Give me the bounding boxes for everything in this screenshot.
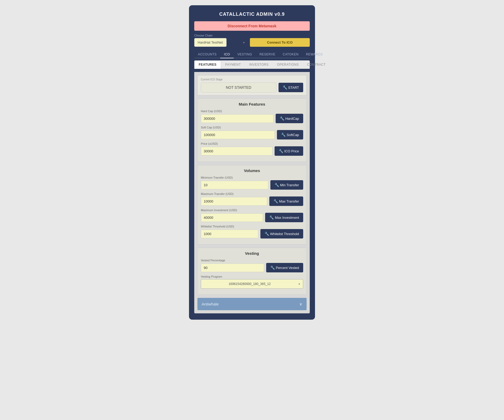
sub-tabs: FEATURES PAYMENT INVESTORS OPERATIONS CO… (194, 60, 310, 69)
min-transfer-btn-label: Min Transfer (280, 183, 299, 187)
tab-reserve[interactable]: RESERVE (256, 51, 279, 58)
wrench-icon-maxtransfer: 🔧 (274, 199, 278, 203)
stage-label: Current ICO Stage (201, 78, 303, 81)
disconnect-button[interactable]: Disconnect From Metamask (194, 21, 310, 31)
percent-vested-btn-label: Percent Vested (276, 266, 299, 270)
percent-vested-button[interactable]: 🔧 Percent Vested (266, 263, 303, 272)
vesting-program-wrapper: 1696154280000_180_365_12 (201, 279, 303, 289)
whitelist-threshold-input[interactable] (201, 230, 258, 238)
antiwhale-section[interactable]: Antiwhale ∨ (197, 298, 307, 310)
tab-catoken[interactable]: CATOKEN (279, 51, 302, 58)
subtab-investors[interactable]: INVESTORS (245, 60, 273, 69)
price-row: 🔧 ICO Price (201, 146, 303, 156)
tab-rewards[interactable]: REWARDS (302, 51, 326, 58)
wrench-icon-price: 🔧 (279, 149, 283, 153)
percent-vested-group: Vested Percentage 🔧 Percent Vested (201, 259, 303, 272)
start-label: START (288, 86, 299, 90)
max-transfer-btn-label: Max Transfer (279, 199, 299, 203)
vesting-title: Vesting (201, 251, 303, 256)
soft-cap-row: 🔧 SoftCap (201, 130, 303, 139)
max-investment-btn-label: Max Investment (275, 216, 299, 220)
price-group: Price (uUSD) 🔧 ICO Price (201, 142, 303, 156)
min-transfer-input[interactable] (201, 181, 268, 189)
wrench-icon: 🔧 (283, 85, 287, 90)
hard-cap-row: 🔧 HardCap (201, 114, 303, 123)
chain-select-wrapper: HardHat TestNet (194, 38, 248, 47)
whitelist-threshold-btn-label: Whitelist Threshold (270, 232, 299, 236)
stage-display: NOT STARTED (201, 82, 276, 92)
soft-cap-btn-label: SoftCap (287, 133, 299, 137)
subtab-payment[interactable]: PAYMENT (221, 60, 245, 69)
max-transfer-group: Maximum Transfer (USD) 🔧 Max Transfer (201, 192, 303, 206)
wrench-icon-mintransfer: 🔧 (275, 183, 279, 187)
max-investment-input[interactable] (201, 213, 263, 222)
start-button[interactable]: 🔧 START (279, 83, 303, 92)
min-transfer-group: Minimum Transfer (USD) 🔧 Min Transfer (201, 176, 303, 190)
max-investment-group: Maximum Investment (USD) 🔧 Max Investmen… (201, 209, 303, 222)
whitelist-threshold-label: Whitelist Threshold (USD) (201, 225, 303, 228)
connect-ico-button[interactable]: Connect To ICO (250, 38, 310, 47)
antiwhale-label: Antiwhale (202, 302, 219, 306)
price-label: Price (uUSD) (201, 142, 303, 145)
content-area: Current ICO Stage NOT STARTED 🔧 START Ma… (194, 72, 310, 313)
tab-vesting[interactable]: VESTING (234, 51, 256, 58)
soft-cap-label: Soft Cap (USD) (201, 126, 303, 129)
hard-cap-button[interactable]: 🔧 HardCap (276, 114, 303, 123)
subtab-operations[interactable]: OPERATIONS (273, 60, 303, 69)
main-tabs: ACCOUNTS ICO VESTING RESERVE CATOKEN REW… (194, 51, 310, 58)
vesting-program-group: Vesting Program 1696154280000_180_365_12 (201, 275, 303, 289)
ico-stage-box: Current ICO Stage NOT STARTED 🔧 START (197, 75, 307, 95)
vesting-card: Vesting Vested Percentage 🔧 Percent Vest… (197, 248, 307, 295)
hard-cap-group: Hard Cap (USD) 🔧 HardCap (201, 110, 303, 123)
hard-cap-input[interactable] (201, 114, 274, 123)
subtab-features[interactable]: FEATURES (194, 60, 221, 69)
main-features-card: Main Features Hard Cap (USD) 🔧 HardCap S… (197, 98, 307, 162)
stage-row: NOT STARTED 🔧 START (201, 82, 303, 92)
wrench-icon-whitelist: 🔧 (265, 232, 269, 236)
max-investment-row: 🔧 Max Investment (201, 213, 303, 222)
wrench-icon-maxinvestment: 🔧 (269, 215, 274, 220)
whitelist-threshold-group: Whitelist Threshold (USD) 🔧 Whitelist Th… (201, 225, 303, 238)
chain-label: Choose Chain (194, 34, 310, 37)
volumes-title: Volumes (201, 168, 303, 173)
wrench-icon-percentvested: 🔧 (270, 266, 275, 270)
app-container: CATALLACTIC ADMIN v0.9 Disconnect From M… (189, 5, 315, 320)
soft-cap-group: Soft Cap (USD) 🔧 SoftCap (201, 126, 303, 139)
hard-cap-btn-label: HardCap (285, 117, 299, 121)
price-input[interactable] (201, 147, 272, 155)
max-investment-button[interactable]: 🔧 Max Investment (265, 213, 303, 222)
tab-accounts[interactable]: ACCOUNTS (194, 51, 220, 58)
wrench-icon-softcap: 🔧 (281, 133, 286, 137)
chain-row: HardHat TestNet Connect To ICO (194, 38, 310, 47)
whitelist-threshold-row: 🔧 Whitelist Threshold (201, 229, 303, 238)
chevron-down-icon: ∨ (299, 302, 302, 307)
vesting-program-select[interactable]: 1696154280000_180_365_12 (201, 279, 303, 289)
max-transfer-label: Maximum Transfer (USD) (201, 192, 303, 195)
min-transfer-label: Minimum Transfer (USD) (201, 176, 303, 179)
percent-vested-row: 🔧 Percent Vested (201, 263, 303, 272)
main-features-title: Main Features (201, 102, 303, 106)
hard-cap-label: Hard Cap (USD) (201, 110, 303, 113)
volumes-card: Volumes Minimum Transfer (USD) 🔧 Min Tra… (197, 165, 307, 245)
percent-vested-input[interactable] (201, 263, 264, 272)
tab-ico[interactable]: ICO (220, 51, 234, 58)
soft-cap-button[interactable]: 🔧 SoftCap (277, 130, 303, 139)
whitelist-threshold-button[interactable]: 🔧 Whitelist Threshold (260, 229, 303, 238)
max-investment-label: Maximum Investment (USD) (201, 209, 303, 212)
max-transfer-input[interactable] (201, 197, 267, 206)
percent-vested-label: Vested Percentage (201, 259, 303, 262)
ico-price-button[interactable]: 🔧 ICO Price (275, 146, 303, 156)
max-transfer-row: 🔧 Max Transfer (201, 196, 303, 206)
wrench-icon-hardcap: 🔧 (280, 116, 284, 121)
max-transfer-button[interactable]: 🔧 Max Transfer (269, 196, 303, 206)
min-transfer-button[interactable]: 🔧 Min Transfer (270, 180, 303, 190)
app-title: CATALLACTIC ADMIN v0.9 (194, 12, 310, 17)
vesting-program-label: Vesting Program (201, 275, 303, 278)
price-btn-label: ICO Price (284, 149, 299, 153)
soft-cap-input[interactable] (201, 131, 275, 139)
min-transfer-row: 🔧 Min Transfer (201, 180, 303, 190)
subtab-contract[interactable]: CONTRACT (303, 60, 330, 69)
chain-select[interactable]: HardHat TestNet (194, 38, 227, 47)
